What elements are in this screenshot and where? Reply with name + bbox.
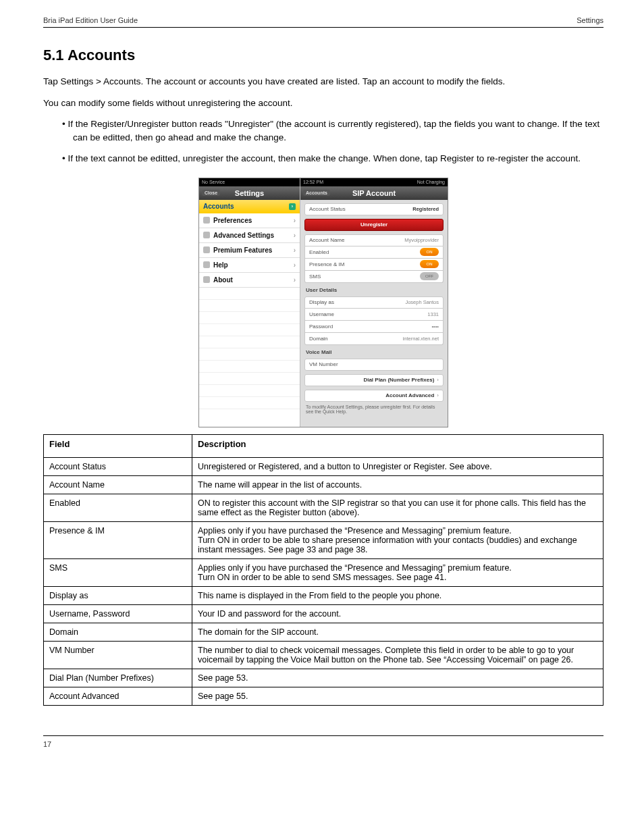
running-head-right: Settings <box>576 16 603 24</box>
desc-cell: ON to register this account with the SIP… <box>192 494 603 521</box>
field-cell: SMS <box>44 558 192 586</box>
field-cell: Enabled <box>44 494 192 521</box>
sms-toggle[interactable]: OFF <box>420 272 439 280</box>
field-label: Account Name <box>309 237 344 243</box>
page-number: 17 <box>43 740 51 748</box>
sidebar-item-label: About <box>213 276 294 284</box>
field-cell: Account Status <box>44 457 192 475</box>
field-label: Display as <box>309 299 334 305</box>
chevron-right-icon: › <box>289 203 296 210</box>
desc-cell: Applies only if you have purchased the “… <box>192 521 603 558</box>
table-row: Account StatusUnregistered or Registered… <box>44 457 603 475</box>
desc-cell: The name will appear in the list of acco… <box>192 475 603 494</box>
sidebar-item-about[interactable]: About › <box>199 273 300 288</box>
screenshot: No Service Close Settings Accounts › Pre… <box>198 178 448 427</box>
enabled-toggle[interactable]: ON <box>420 248 439 256</box>
desc-cell: Your ID and password for the account. <box>192 604 603 623</box>
username-value: 1331 <box>427 311 439 317</box>
top-rule <box>43 27 603 28</box>
gear-icon <box>203 232 210 238</box>
account-name-row[interactable]: Account Name Myvoipprovider <box>304 234 444 246</box>
sip-title: SIP Account <box>352 189 396 197</box>
account-name-value: Myvoipprovider <box>404 237 439 243</box>
settings-title: Settings <box>235 189 264 197</box>
account-status-row: Account Status Registered <box>304 203 444 215</box>
sliders-icon <box>203 217 210 224</box>
para-3: If the Register/Unregister button reads … <box>62 118 603 144</box>
sip-account-panel: 12:52 PM Not Charging Accounts SIP Accou… <box>300 178 448 427</box>
para-2: You can modify some fields without unreg… <box>43 97 603 110</box>
field-cell: VM Number <box>44 641 192 669</box>
sidebar-item-advanced[interactable]: Advanced Settings › <box>199 228 300 243</box>
field-cell: Display as <box>44 586 192 604</box>
running-head-left: Bria iPad Edition User Guide <box>43 16 138 24</box>
fields-table: Field Description Account StatusUnregist… <box>43 434 603 706</box>
dial-plan-link[interactable]: Dial Plan (Number Prefixes)› <box>304 374 444 386</box>
field-label: Presence & IM <box>309 261 344 267</box>
table-row: Presence & IMApplies only if you have pu… <box>44 521 603 558</box>
desc-cell: Unregistered or Registered, and a button… <box>192 457 603 475</box>
sidebar-item-accounts[interactable]: Accounts › <box>199 200 300 213</box>
back-button[interactable]: Accounts <box>303 190 330 196</box>
field-cell: Domain <box>44 623 192 641</box>
field-label: Domain <box>309 336 328 342</box>
para-4: If the text cannot be editted, unregiste… <box>62 152 603 165</box>
display-as-value: Joseph Santos <box>405 299 439 305</box>
field-label: VM Number <box>309 361 338 367</box>
enabled-row: Enabled ON <box>304 246 444 259</box>
user-details-heading: User Details <box>306 287 442 293</box>
field-cell: Dial Plan (Number Prefixes) <box>44 669 192 687</box>
field-label: Username <box>309 311 334 317</box>
chevron-right-icon: › <box>294 246 296 254</box>
sidebar-item-premium[interactable]: Premium Features › <box>199 243 300 258</box>
username-row[interactable]: Username 1331 <box>304 309 444 321</box>
display-as-row[interactable]: Display as Joseph Santos <box>304 296 444 309</box>
th-desc: Description <box>192 434 603 457</box>
chevron-right-icon: › <box>437 377 439 383</box>
section-heading: 5.1 Accounts <box>43 47 603 64</box>
close-button[interactable]: Close <box>202 190 220 196</box>
help-icon <box>203 261 210 268</box>
password-row[interactable]: Password •••• <box>304 321 444 333</box>
sidebar-item-preferences[interactable]: Preferences › <box>199 213 300 228</box>
desc-cell: The number to dial to check voicemail me… <box>192 641 603 669</box>
field-cell: Account Name <box>44 475 192 494</box>
account-advanced-link[interactable]: Account Advanced› <box>304 390 444 402</box>
password-value: •••• <box>431 323 439 330</box>
th-field: Field <box>44 434 192 457</box>
sidebar-item-label: Premium Features <box>213 246 294 254</box>
sidebar-item-help[interactable]: Help › <box>199 258 300 273</box>
field-label: Account Status <box>309 206 346 212</box>
vm-number-row[interactable]: VM Number <box>304 359 444 371</box>
domain-value: internal.xten.net <box>403 336 439 342</box>
desc-cell: Applies only if you have purchased the “… <box>192 558 603 586</box>
sidebar-item-label: Preferences <box>213 217 294 224</box>
cart-icon <box>203 246 210 253</box>
field-cell: Username, Password <box>44 604 192 623</box>
table-row: Dial Plan (Number Prefixes)See page 53. <box>44 669 603 687</box>
table-row: DomainThe domain for the SIP account. <box>44 623 603 641</box>
chevron-right-icon: › <box>294 261 296 269</box>
sms-row: SMS OFF <box>304 271 444 283</box>
domain-row[interactable]: Domain internal.xten.net <box>304 333 444 345</box>
status-bar-left: No Service <box>199 178 300 186</box>
field-cell: Account Advanced <box>44 687 192 705</box>
table-row: EnabledON to register this account with … <box>44 494 603 521</box>
table-row: Account AdvancedSee page 55. <box>44 687 603 705</box>
desc-cell: This name is displayed in the From field… <box>192 586 603 604</box>
chevron-right-icon: › <box>294 217 296 224</box>
desc-cell: The domain for the SIP account. <box>192 623 603 641</box>
voicemail-heading: Voice Mail <box>306 349 442 355</box>
footer-note: To modify Account Settings, please unreg… <box>306 405 442 414</box>
table-row: Account NameThe name will appear in the … <box>44 475 603 494</box>
table-row: Username, PasswordYour ID and password f… <box>44 604 603 623</box>
sidebar-item-label: Advanced Settings <box>213 232 294 239</box>
sidebar-item-label: Accounts <box>203 203 234 210</box>
chevron-right-icon: › <box>437 392 439 398</box>
field-label: Password <box>309 323 333 330</box>
unregister-button[interactable]: Unregister <box>304 219 444 231</box>
field-label: SMS <box>309 273 321 280</box>
presence-toggle[interactable]: ON <box>420 260 439 268</box>
sidebar-item-label: Help <box>213 261 294 269</box>
chevron-right-icon: › <box>294 232 296 239</box>
